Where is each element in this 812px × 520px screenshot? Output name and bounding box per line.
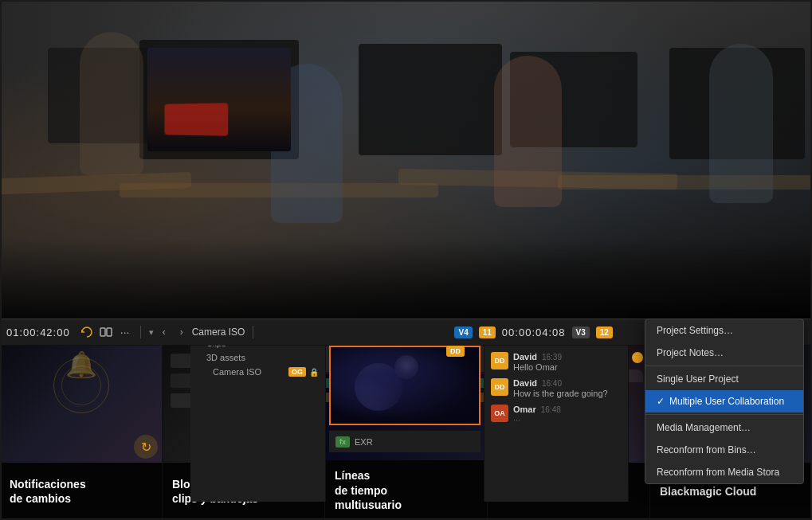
sync-icon[interactable] xyxy=(80,325,94,339)
msg-text-1: Hello Omar xyxy=(513,362,622,372)
dropdown-separator-2 xyxy=(645,414,803,415)
chat-message-1: DD David 16:39 Hello Omar xyxy=(491,352,622,372)
camera-iso-badge: OG xyxy=(288,367,306,377)
nav-left[interactable]: ‹ xyxy=(157,325,171,339)
v3-badge: V3 xyxy=(572,326,590,338)
expand-arrow[interactable]: ▾ xyxy=(149,327,154,338)
msg-name-1: David xyxy=(513,352,537,362)
lock-icon: 🔒 xyxy=(309,368,319,377)
toolbar-divider-1 xyxy=(140,326,141,338)
timeline-thumbnail xyxy=(329,346,481,425)
chat-messages: DD David 16:39 Hello Omar DD David 16:40… xyxy=(484,346,628,437)
avatar-dd-1: DD xyxy=(491,352,508,369)
feature-card-1: 🔔 ↻ Notificacionesde cambios xyxy=(0,342,163,520)
msg-content-1: David 16:39 Hello Omar xyxy=(513,352,622,372)
msg-time-3: 16:48 xyxy=(541,405,561,414)
fx-name: EXR xyxy=(355,437,373,447)
v4-badge: V4 xyxy=(454,326,472,338)
dropdown-reconform-media[interactable]: Reconform from Media Stora xyxy=(645,461,803,483)
avatar-omar: OA xyxy=(491,405,508,422)
card3-label-text: Líneasde tiempomultiusuario xyxy=(335,468,477,512)
dropdown-separator-1 xyxy=(645,366,803,366)
center-timecode: 00:00:04:08 xyxy=(502,326,566,338)
tree-item-camera-iso[interactable]: Camera ISO OG 🔒 xyxy=(190,365,325,379)
dd-thumbnail-badge: DD xyxy=(446,346,465,357)
project-dropdown-menu: Project Settings… Project Notes… Single … xyxy=(645,319,804,484)
background-photo xyxy=(0,0,812,319)
msg-header-3: Omar 16:48 xyxy=(513,405,622,414)
refresh-icon: ↻ xyxy=(141,440,151,455)
card1-label-text: Notificacionesde cambios xyxy=(10,477,152,506)
nav-right[interactable]: › xyxy=(175,325,189,339)
dropdown-reconform-bins[interactable]: Reconform from Bins… xyxy=(645,439,803,461)
layout-icon[interactable] xyxy=(99,325,113,339)
tree-item-3d-assets[interactable]: 3D assets xyxy=(190,350,325,365)
msg-content-2: David 16:40 How is the grade going? xyxy=(513,378,622,398)
msg-header-2: David 16:40 xyxy=(513,378,622,388)
card1-image: 🔔 ↻ xyxy=(0,342,162,463)
msg-name-2: David xyxy=(513,378,537,388)
chat-message-3: OA Omar 16:48 ··· xyxy=(491,405,622,424)
msg-time-1: 16:39 xyxy=(542,353,562,362)
card1-label: Notificacionesde cambios xyxy=(0,463,162,520)
timecode-display: 01:00:42:00 xyxy=(6,326,70,338)
frame-badge-11: 11 xyxy=(479,326,496,338)
card5-label-text: Blackmagic Cloud xyxy=(660,484,802,498)
fx-label: fx xyxy=(335,436,350,448)
camera-iso-panel: ▾ Master Clips 3D assets Camera ISO OG 🔒 xyxy=(190,319,326,502)
camera-iso-label: Camera ISO xyxy=(192,326,245,338)
frame-badge-12: 12 xyxy=(596,326,613,338)
msg-text-2: How is the grade going? xyxy=(513,389,622,398)
msg-header-1: David 16:39 xyxy=(513,352,622,362)
toolbar-divider-2 xyxy=(253,326,253,338)
dropdown-project-settings[interactable]: Project Settings… xyxy=(645,319,803,342)
chat-message-2: DD David 16:40 How is the grade going? xyxy=(491,378,622,398)
svg-rect-0 xyxy=(100,328,105,336)
dropdown-media-management[interactable]: Media Management… xyxy=(645,416,803,439)
avatar-dd-2: DD xyxy=(491,378,508,396)
msg-content-3: Omar 16:48 ··· xyxy=(513,405,622,424)
dropdown-single-user[interactable]: Single User Project xyxy=(645,368,803,390)
more-icon[interactable]: ··· xyxy=(118,325,132,339)
checkmark-icon: ✓ xyxy=(657,396,665,407)
msg-text-3: ··· xyxy=(513,415,622,424)
dropdown-project-notes[interactable]: Project Notes… xyxy=(645,342,803,364)
space-image xyxy=(331,347,479,424)
dropdown-multi-user[interactable]: ✓ Multiple User Collaboration xyxy=(645,390,803,412)
fx-bar: fx EXR xyxy=(329,430,481,452)
card3-label: Líneasde tiempomultiusuario xyxy=(325,460,487,520)
camera-iso-toolbar: ▾ ‹ › Camera ISO xyxy=(149,325,245,339)
msg-name-3: Omar xyxy=(513,405,536,414)
collab-chat-panel: ✕ Collaboration Chat DD David 16:39 Hell… xyxy=(484,319,629,502)
msg-time-2: 16:40 xyxy=(542,379,562,388)
svg-rect-1 xyxy=(107,328,112,336)
card1-deco: 🔔 ↻ xyxy=(0,342,162,463)
thumb-content xyxy=(331,347,479,424)
